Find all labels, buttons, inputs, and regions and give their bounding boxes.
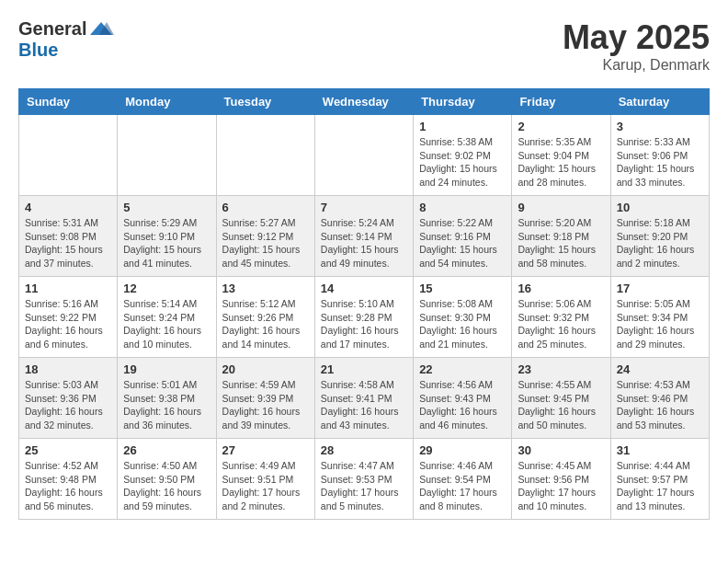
day-number: 17 xyxy=(617,282,703,295)
day-number: 22 xyxy=(419,362,506,376)
day-info: Sunrise: 5:18 AM Sunset: 9:20 PM Dayligh… xyxy=(617,216,703,270)
day-number: 14 xyxy=(321,282,407,295)
calendar-week-row: 25Sunrise: 4:52 AM Sunset: 9:48 PM Dayli… xyxy=(19,439,710,520)
calendar-week-row: 4Sunrise: 5:31 AM Sunset: 9:08 PM Daylig… xyxy=(19,196,710,277)
day-number: 6 xyxy=(222,201,309,214)
day-number: 23 xyxy=(518,362,604,376)
calendar-day-cell: 15Sunrise: 5:08 AM Sunset: 9:30 PM Dayli… xyxy=(414,277,512,358)
day-info: Sunrise: 5:20 AM Sunset: 9:18 PM Dayligh… xyxy=(518,216,604,270)
day-number: 24 xyxy=(617,362,703,376)
day-number: 21 xyxy=(321,362,407,376)
day-info: Sunrise: 4:47 AM Sunset: 9:53 PM Dayligh… xyxy=(321,459,407,513)
day-number: 26 xyxy=(123,443,210,457)
day-number: 18 xyxy=(25,362,111,376)
calendar-day-cell: 6Sunrise: 5:27 AM Sunset: 9:12 PM Daylig… xyxy=(216,196,314,277)
day-number: 12 xyxy=(123,282,210,295)
logo: General Blue xyxy=(18,18,114,61)
day-info: Sunrise: 5:10 AM Sunset: 9:28 PM Dayligh… xyxy=(321,297,407,351)
calendar-day-cell: 7Sunrise: 5:24 AM Sunset: 9:14 PM Daylig… xyxy=(314,196,413,277)
calendar-day-cell: 23Sunrise: 4:55 AM Sunset: 9:45 PM Dayli… xyxy=(512,358,610,439)
calendar-week-row: 1Sunrise: 5:38 AM Sunset: 9:02 PM Daylig… xyxy=(19,115,710,196)
calendar-day-cell: 25Sunrise: 4:52 AM Sunset: 9:48 PM Dayli… xyxy=(19,439,118,520)
day-info: Sunrise: 5:16 AM Sunset: 9:22 PM Dayligh… xyxy=(25,297,111,351)
calendar-day-cell: 5Sunrise: 5:29 AM Sunset: 9:10 PM Daylig… xyxy=(118,196,216,277)
day-of-week-header: Friday xyxy=(512,89,610,115)
day-info: Sunrise: 5:01 AM Sunset: 9:38 PM Dayligh… xyxy=(123,378,210,432)
calendar-day-cell: 3Sunrise: 5:33 AM Sunset: 9:06 PM Daylig… xyxy=(610,115,709,196)
day-info: Sunrise: 4:55 AM Sunset: 9:45 PM Dayligh… xyxy=(518,378,604,432)
calendar-day-cell: 2Sunrise: 5:35 AM Sunset: 9:04 PM Daylig… xyxy=(512,115,610,196)
day-number: 29 xyxy=(419,443,506,457)
day-info: Sunrise: 5:03 AM Sunset: 9:36 PM Dayligh… xyxy=(25,378,111,432)
calendar-day-cell: 13Sunrise: 5:12 AM Sunset: 9:26 PM Dayli… xyxy=(216,277,314,358)
calendar-day-cell: 12Sunrise: 5:14 AM Sunset: 9:24 PM Dayli… xyxy=(118,277,216,358)
day-number: 5 xyxy=(123,201,210,214)
calendar-day-cell: 11Sunrise: 5:16 AM Sunset: 9:22 PM Dayli… xyxy=(19,277,118,358)
day-info: Sunrise: 5:14 AM Sunset: 9:24 PM Dayligh… xyxy=(123,297,210,351)
calendar-day-cell: 26Sunrise: 4:50 AM Sunset: 9:50 PM Dayli… xyxy=(118,439,216,520)
day-number: 13 xyxy=(222,282,309,295)
calendar-week-row: 11Sunrise: 5:16 AM Sunset: 9:22 PM Dayli… xyxy=(19,277,710,358)
title-section: May 2025 Karup, Denmark xyxy=(563,18,710,74)
day-number: 27 xyxy=(222,443,309,457)
day-number: 8 xyxy=(419,201,506,214)
calendar-day-cell: 29Sunrise: 4:46 AM Sunset: 9:54 PM Dayli… xyxy=(414,439,512,520)
calendar-day-cell: 30Sunrise: 4:45 AM Sunset: 9:56 PM Dayli… xyxy=(512,439,610,520)
calendar-day-cell: 17Sunrise: 5:05 AM Sunset: 9:34 PM Dayli… xyxy=(610,277,709,358)
day-number: 28 xyxy=(321,443,407,457)
day-number: 25 xyxy=(25,443,111,457)
day-of-week-header: Tuesday xyxy=(216,89,314,115)
day-number: 19 xyxy=(123,362,210,376)
day-number: 9 xyxy=(518,201,604,214)
day-of-week-header: Saturday xyxy=(610,89,709,115)
calendar-day-cell: 9Sunrise: 5:20 AM Sunset: 9:18 PM Daylig… xyxy=(512,196,610,277)
calendar-day-cell: 16Sunrise: 5:06 AM Sunset: 9:32 PM Dayli… xyxy=(512,277,610,358)
day-number: 20 xyxy=(222,362,309,376)
calendar-week-row: 18Sunrise: 5:03 AM Sunset: 9:36 PM Dayli… xyxy=(19,358,710,439)
day-number: 11 xyxy=(25,282,111,295)
day-number: 2 xyxy=(518,120,604,133)
day-info: Sunrise: 5:31 AM Sunset: 9:08 PM Dayligh… xyxy=(25,216,111,270)
day-number: 10 xyxy=(617,201,703,214)
day-info: Sunrise: 5:12 AM Sunset: 9:26 PM Dayligh… xyxy=(222,297,309,351)
calendar-day-cell: 24Sunrise: 4:53 AM Sunset: 9:46 PM Dayli… xyxy=(610,358,709,439)
calendar-day-cell xyxy=(216,115,314,196)
calendar-day-cell xyxy=(314,115,413,196)
day-info: Sunrise: 4:44 AM Sunset: 9:57 PM Dayligh… xyxy=(617,459,703,513)
calendar-day-cell: 19Sunrise: 5:01 AM Sunset: 9:38 PM Dayli… xyxy=(118,358,216,439)
day-info: Sunrise: 5:05 AM Sunset: 9:34 PM Dayligh… xyxy=(617,297,703,351)
calendar-day-cell: 31Sunrise: 4:44 AM Sunset: 9:57 PM Dayli… xyxy=(610,439,709,520)
calendar-day-cell: 20Sunrise: 4:59 AM Sunset: 9:39 PM Dayli… xyxy=(216,358,314,439)
calendar-day-cell: 1Sunrise: 5:38 AM Sunset: 9:02 PM Daylig… xyxy=(414,115,512,196)
day-number: 7 xyxy=(321,201,407,214)
logo-blue-text: Blue xyxy=(18,40,58,60)
day-info: Sunrise: 5:24 AM Sunset: 9:14 PM Dayligh… xyxy=(321,216,407,270)
calendar-day-cell: 18Sunrise: 5:03 AM Sunset: 9:36 PM Dayli… xyxy=(19,358,118,439)
day-number: 4 xyxy=(25,201,111,214)
month-title: May 2025 xyxy=(563,18,710,57)
logo-icon xyxy=(88,20,114,39)
page-header: General Blue May 2025 Karup, Denmark xyxy=(18,18,710,74)
day-info: Sunrise: 4:59 AM Sunset: 9:39 PM Dayligh… xyxy=(222,378,309,432)
day-number: 31 xyxy=(617,443,703,457)
day-of-week-header: Monday xyxy=(118,89,216,115)
calendar-day-cell xyxy=(118,115,216,196)
day-number: 16 xyxy=(518,282,604,295)
day-info: Sunrise: 5:33 AM Sunset: 9:06 PM Dayligh… xyxy=(617,135,703,190)
day-info: Sunrise: 5:08 AM Sunset: 9:30 PM Dayligh… xyxy=(419,297,506,351)
day-info: Sunrise: 5:38 AM Sunset: 9:02 PM Dayligh… xyxy=(419,135,506,190)
calendar-day-cell xyxy=(19,115,118,196)
day-info: Sunrise: 5:29 AM Sunset: 9:10 PM Dayligh… xyxy=(123,216,210,270)
calendar-day-cell: 28Sunrise: 4:47 AM Sunset: 9:53 PM Dayli… xyxy=(314,439,413,520)
calendar-day-cell: 22Sunrise: 4:56 AM Sunset: 9:43 PM Dayli… xyxy=(414,358,512,439)
calendar-day-cell: 8Sunrise: 5:22 AM Sunset: 9:16 PM Daylig… xyxy=(414,196,512,277)
day-info: Sunrise: 4:46 AM Sunset: 9:54 PM Dayligh… xyxy=(419,459,506,513)
day-number: 1 xyxy=(419,120,506,133)
calendar-day-cell: 27Sunrise: 4:49 AM Sunset: 9:51 PM Dayli… xyxy=(216,439,314,520)
day-info: Sunrise: 4:56 AM Sunset: 9:43 PM Dayligh… xyxy=(419,378,506,432)
day-info: Sunrise: 5:22 AM Sunset: 9:16 PM Dayligh… xyxy=(419,216,506,270)
day-number: 15 xyxy=(419,282,506,295)
day-info: Sunrise: 4:52 AM Sunset: 9:48 PM Dayligh… xyxy=(25,459,111,513)
calendar-table: SundayMondayTuesdayWednesdayThursdayFrid… xyxy=(18,88,710,520)
day-info: Sunrise: 4:49 AM Sunset: 9:51 PM Dayligh… xyxy=(222,459,309,513)
